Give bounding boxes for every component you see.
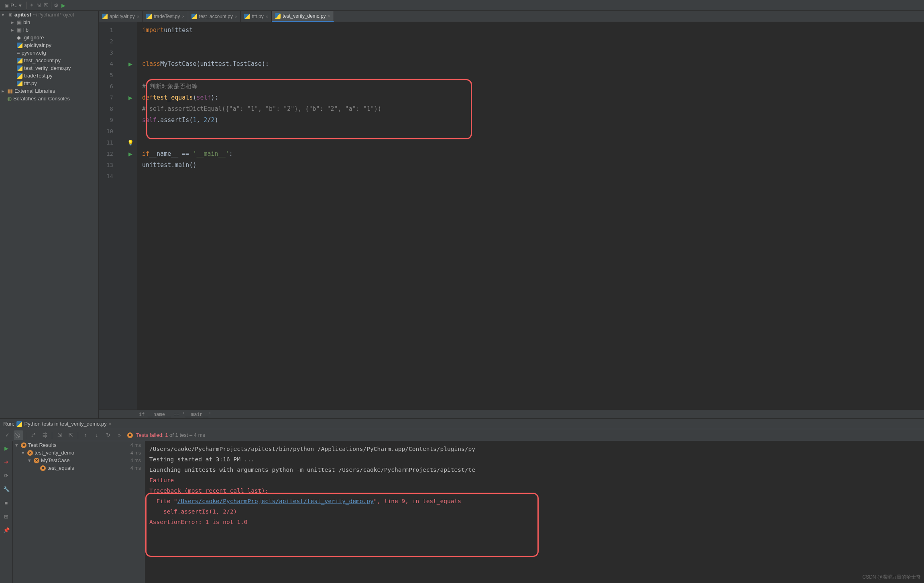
- debug-icon[interactable]: ➜: [1, 457, 12, 467]
- expand-all-icon[interactable]: ⇲: [36, 2, 42, 8]
- close-icon[interactable]: ×: [182, 14, 185, 19]
- code-line[interactable]: # self.assertDictEqual({"a": "1", "b": "…: [142, 103, 924, 114]
- collapse-icon[interactable]: ⇱: [66, 430, 75, 440]
- python-icon: [146, 14, 152, 19]
- line-number: 8: [99, 106, 113, 112]
- code-line[interactable]: self.assertIs(1, 2/2): [142, 114, 924, 126]
- code-line[interactable]: [142, 69, 924, 81]
- run-icon[interactable]: ▶: [60, 2, 67, 8]
- code-line[interactable]: [142, 126, 924, 137]
- run-line-icon[interactable]: ▶: [128, 151, 132, 157]
- result-label: test_verity_demo: [35, 450, 74, 456]
- tree-item[interactable]: ≡pyvenv.cfg: [0, 49, 98, 57]
- console-line: Failure: [149, 475, 920, 485]
- code-line[interactable]: class MyTestCase(unittest.TestCase):: [142, 58, 924, 69]
- line-number: 5: [99, 72, 113, 78]
- chevron-down-icon: ▾: [19, 2, 23, 8]
- line-number: 7: [99, 94, 113, 101]
- result-label: test_equals: [47, 465, 74, 471]
- project-button[interactable]: ▣ P... ▾: [2, 2, 25, 9]
- tree-item[interactable]: test_verity_demo.py: [0, 64, 98, 72]
- tree-item[interactable]: test_account.py: [0, 57, 98, 64]
- tree-item-label: lib: [23, 27, 28, 33]
- history-icon[interactable]: ↻: [103, 430, 113, 440]
- run-toolbar: ✓ ⃠ ↓ᴬ ⇶ ⇲ ⇱ ↑ ↓ ↻ » ✕ Tests failed: 1 o…: [0, 429, 924, 441]
- project-root[interactable]: ▾ ▣ apitest ~/PycharmProject: [0, 11, 98, 18]
- code-line[interactable]: [142, 171, 924, 182]
- tree-item-label: .gitignore: [22, 35, 44, 41]
- collapse-all-icon[interactable]: ⇱: [43, 2, 49, 8]
- stop-icon[interactable]: ■: [1, 497, 12, 508]
- separator: [78, 432, 78, 439]
- run-config-tab[interactable]: Python tests in test_verity_demo.py ×: [16, 421, 111, 427]
- close-icon[interactable]: ×: [266, 14, 268, 19]
- watermark: CSDN @渴望力量的哈士奇: [862, 574, 921, 581]
- check-icon[interactable]: ✓: [2, 430, 12, 440]
- console-line: File "/Users/caoke/PycharmProjects/apite…: [149, 496, 920, 506]
- console-output[interactable]: /Users/caoke/PycharmProjects/apitest/bin…: [145, 441, 924, 583]
- code-line[interactable]: [142, 36, 924, 47]
- tree-item[interactable]: ◆.gitignore: [0, 34, 98, 41]
- line-number: 6: [99, 83, 113, 90]
- code-line[interactable]: def test_equals(self):: [142, 92, 924, 103]
- editor-tab[interactable]: test_verity_demo.py×: [272, 11, 334, 22]
- code-line[interactable]: [142, 47, 924, 58]
- folder-icon: ▣: [7, 12, 13, 18]
- chevron-icon: ▸: [11, 27, 15, 33]
- up-icon[interactable]: ↑: [81, 430, 90, 440]
- close-icon[interactable]: ×: [328, 14, 330, 18]
- editor-tab[interactable]: tttt.py×: [241, 11, 272, 22]
- line-number: 11: [99, 139, 113, 146]
- target-icon[interactable]: ⌖: [28, 2, 35, 8]
- tree-item[interactable]: tttt.py: [0, 80, 98, 87]
- tab-label: tradeTest.py: [154, 14, 180, 19]
- gear-icon[interactable]: ⚙︎: [53, 2, 59, 8]
- expand-icon[interactable]: ⇲: [55, 430, 64, 440]
- tree-item[interactable]: tradeTest.py: [0, 72, 98, 80]
- code-line[interactable]: import unittest: [142, 24, 924, 36]
- close-icon[interactable]: ×: [235, 14, 237, 19]
- external-libraries[interactable]: ▸ ▮▮ External Libraries: [0, 87, 98, 95]
- circle-slash-icon[interactable]: ⃠: [14, 430, 23, 440]
- python-icon: [17, 73, 22, 79]
- test-result-row[interactable]: ▾✕test_verity_demo4 ms: [13, 449, 145, 457]
- run-line-icon[interactable]: ▶: [128, 95, 132, 101]
- filter-icon[interactable]: ⇶: [40, 430, 49, 440]
- error-icon: ✕: [40, 465, 46, 471]
- test-result-row[interactable]: ▾✕Test Results4 ms: [13, 441, 145, 449]
- line-number: 4: [99, 61, 113, 67]
- run-line-icon[interactable]: ▶: [128, 61, 132, 67]
- toggle-icon[interactable]: ⟳: [1, 470, 12, 481]
- rerun-icon[interactable]: ▶: [1, 443, 12, 453]
- tree-item[interactable]: ▸▣bin: [0, 18, 98, 26]
- code-line[interactable]: if __name__ == '__main__':: [142, 148, 924, 159]
- sort-icon[interactable]: ↓ᴬ: [28, 430, 38, 440]
- pin-icon[interactable]: 📌: [1, 525, 12, 535]
- code-line[interactable]: # 判断对象是否相等: [142, 81, 924, 92]
- code-line[interactable]: [142, 137, 924, 148]
- ext-lib-label: External Libraries: [14, 88, 55, 94]
- project-button-label: P...: [10, 2, 18, 8]
- test-result-row[interactable]: ▾✕MyTestCase4 ms: [13, 457, 145, 464]
- code[interactable]: import unittestclass MyTestCase(unittest…: [137, 22, 924, 410]
- editor-tab[interactable]: test_account.py×: [188, 11, 241, 22]
- console-line: /Users/caoke/PycharmProjects/apitest/bin…: [149, 444, 920, 454]
- error-icon: ✕: [27, 450, 33, 456]
- layout-icon[interactable]: ⊞: [1, 511, 12, 522]
- result-label: MyTestCase: [41, 457, 70, 463]
- tree-item[interactable]: apicityair.py: [0, 41, 98, 49]
- close-icon[interactable]: ×: [137, 14, 139, 19]
- bulb-icon[interactable]: 💡: [127, 140, 134, 146]
- scratches[interactable]: ◐ Scratches and Consoles: [0, 95, 98, 102]
- editor-tab[interactable]: apicityair.py×: [99, 11, 143, 22]
- more-icon[interactable]: »: [114, 430, 124, 440]
- test-result-row[interactable]: ✕test_equals4 ms: [13, 464, 145, 472]
- tree-item[interactable]: ▸▣lib: [0, 26, 98, 34]
- breadcrumb[interactable]: if __name__ == '__main__': [99, 410, 924, 418]
- wrench-icon[interactable]: 🔧: [1, 484, 12, 494]
- python-icon: [17, 65, 22, 71]
- close-icon[interactable]: ×: [109, 422, 111, 426]
- down-icon[interactable]: ↓: [92, 430, 102, 440]
- editor-tab[interactable]: tradeTest.py×: [143, 11, 188, 22]
- code-line[interactable]: unittest.main(): [142, 159, 924, 171]
